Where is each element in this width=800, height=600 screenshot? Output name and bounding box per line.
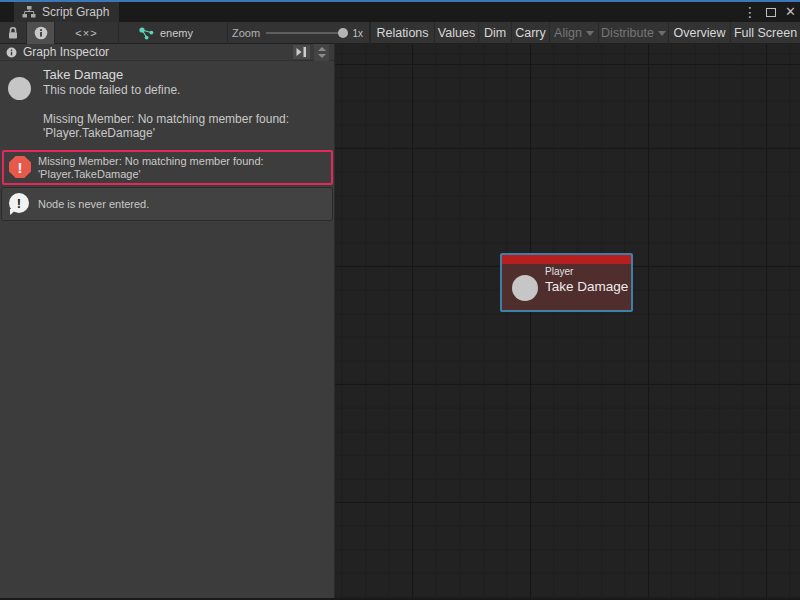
spinner-up-icon[interactable]	[318, 47, 326, 51]
carry-button[interactable]: Carry	[511, 22, 549, 44]
dim-button[interactable]: Dim	[478, 22, 511, 44]
error-row-line2: 'Player.TakeDamage'	[38, 168, 141, 180]
toolbar: <×> enemy Zoom 1x Relations Values Dim	[0, 22, 800, 44]
node-category-label: Player	[545, 266, 573, 277]
distribute-button: Distribute	[598, 22, 668, 44]
graph-hierarchy-icon	[22, 6, 36, 18]
button-label: Overview	[673, 26, 725, 40]
graph-breadcrumb[interactable]: enemy	[119, 22, 228, 44]
panel-title: Graph Inspector	[23, 45, 109, 59]
error-row-line1: Missing Member: No matching member found…	[38, 155, 264, 167]
button-label: Values	[438, 26, 475, 40]
spinner-down-icon[interactable]	[318, 54, 326, 58]
button-label: Dim	[484, 26, 506, 40]
inspector-node-title: Take Damage	[43, 67, 123, 82]
node-title-label: Take Damage	[545, 279, 628, 294]
button-label: Distribute	[601, 26, 654, 40]
button-label: Align	[554, 26, 582, 40]
fullscreen-button[interactable]: Full Screen	[730, 22, 800, 44]
zoom-value: 1x	[352, 28, 363, 39]
close-icon[interactable]: ✕	[785, 2, 796, 22]
node-type-icon	[512, 275, 538, 301]
titlebar: Script Graph ⋮ ✕	[0, 2, 800, 22]
lock-icon	[7, 26, 19, 40]
graph-name-label: enemy	[160, 27, 193, 39]
graph-inspector-panel: Graph Inspector Take Damage This node fa…	[0, 44, 335, 598]
tab-script-graph[interactable]: Script Graph	[14, 2, 119, 22]
maximize-icon[interactable]	[766, 8, 776, 17]
script-graph-window: Script Graph ⋮ ✕	[0, 0, 800, 600]
info-icon	[34, 26, 48, 40]
info-icon	[6, 47, 17, 58]
warning-bubble-icon: !	[9, 193, 29, 213]
graph-node-take-damage[interactable]: Player Take Damage	[500, 253, 633, 312]
tab-title: Script Graph	[42, 5, 109, 19]
button-label: Full Screen	[734, 26, 797, 40]
inspector-node-status: This node failed to define.	[43, 83, 180, 97]
error-row-missing-member[interactable]: ! Missing Member: No matching member fou…	[2, 150, 333, 185]
window-controls: ⋮ ✕	[743, 2, 796, 22]
zoom-slider[interactable]	[266, 32, 346, 34]
error-octagon-icon: !	[9, 156, 31, 178]
node-type-icon	[8, 77, 31, 100]
toolbar-actions: Relations Values Dim Carry Align Distrib…	[370, 22, 800, 44]
window-menu-icon[interactable]: ⋮	[743, 2, 757, 22]
overview-button[interactable]: Overview	[668, 22, 730, 44]
chevron-down-icon	[658, 31, 666, 36]
graph-inspector-header: Graph Inspector	[0, 44, 334, 61]
warning-row-text: Node is never entered.	[38, 198, 149, 210]
button-label: Relations	[376, 26, 428, 40]
zoom-control: Zoom 1x	[228, 22, 370, 44]
graph-canvas[interactable]: Player Take Damage	[335, 44, 800, 600]
align-button: Align	[549, 22, 598, 44]
node-error-strip	[502, 255, 631, 264]
code-view-button[interactable]: <×>	[55, 22, 119, 44]
graph-node-icon	[139, 27, 154, 40]
inspector-toggle-button[interactable]	[27, 22, 55, 44]
inspector-error-message-line2: 'Player.TakeDamage'	[43, 126, 155, 140]
scroll-spinner[interactable]	[314, 44, 329, 61]
dock-panel-button[interactable]	[293, 45, 310, 59]
inspector-error-message-line1: Missing Member: No matching member found…	[43, 112, 289, 126]
zoom-slider-knob[interactable]	[338, 28, 348, 38]
chevron-down-icon	[586, 31, 594, 36]
zoom-label: Zoom	[232, 27, 260, 39]
button-label: Carry	[515, 26, 546, 40]
warning-row-never-entered[interactable]: ! Node is never entered.	[1, 187, 333, 221]
relations-button[interactable]: Relations	[370, 22, 434, 44]
lock-button[interactable]	[0, 22, 27, 44]
values-button[interactable]: Values	[434, 22, 478, 44]
